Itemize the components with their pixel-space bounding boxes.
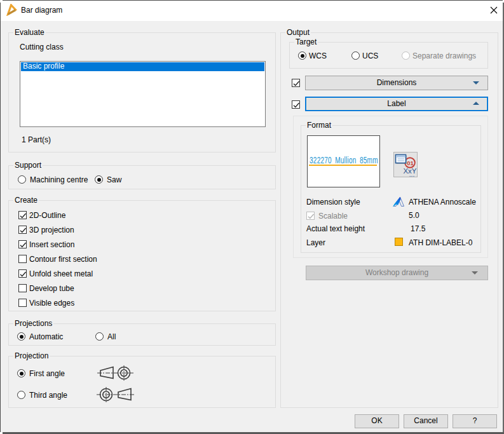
- svg-text:...: ...: [409, 171, 414, 178]
- svg-text:01: 01: [407, 159, 414, 166]
